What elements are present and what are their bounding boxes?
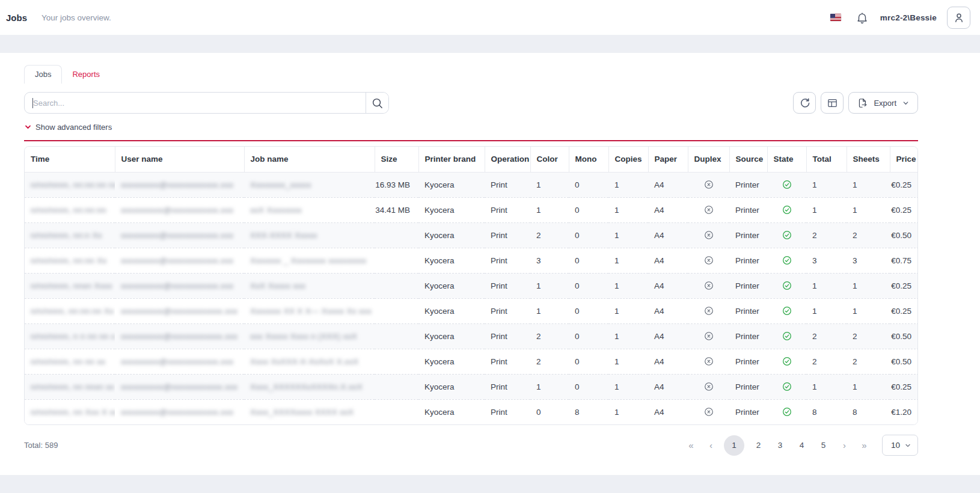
jobs-table: Time User name Job name Size Printer bra… bbox=[25, 147, 918, 424]
red-divider bbox=[24, 140, 918, 141]
cell-color: 2 bbox=[530, 349, 569, 374]
cell-sheets: 1 bbox=[847, 197, 890, 222]
cell-duplex bbox=[688, 349, 729, 374]
table-row: n/nn/nnnn, nn:nn:nn nx xxxxxxxxx@xxxxxxx… bbox=[25, 172, 918, 197]
notifications-bell-icon[interactable] bbox=[856, 11, 868, 24]
cell-size bbox=[375, 374, 418, 399]
table-footer: Total: 589 « ‹ 1 2 3 4 5 › » 10 bbox=[24, 435, 918, 456]
cell-user-name: xxxxxxxxxx@xxxxxxxxxxx.xxx bbox=[115, 273, 244, 298]
cell-duplex bbox=[688, 273, 729, 298]
cell-job-name: Xxxxxxxx_xxxxx bbox=[244, 172, 375, 197]
cell-source: Printer bbox=[729, 374, 767, 399]
cell-job-name: xxx Xxxxx Xxxx n (XXX) xxX bbox=[244, 323, 375, 349]
job-name-redacted: Xxxxxxxx_xxxxx bbox=[250, 180, 311, 189]
cell-job-name: XXX-XXXX Xxxxx bbox=[244, 222, 375, 248]
table-row: n/nn/nnnn, nn Xxx X xx xxxxxxxxx@xxxxxxx… bbox=[25, 399, 918, 424]
cell-state bbox=[767, 197, 806, 222]
time-redacted: n/nn/nnnn, nn:nn:nn bbox=[31, 206, 106, 215]
page-title: Jobs bbox=[6, 13, 27, 23]
cell-duplex bbox=[688, 172, 729, 197]
cell-total: 8 bbox=[806, 399, 847, 424]
pagination-next-button[interactable]: › bbox=[838, 440, 851, 450]
cell-source: Printer bbox=[729, 349, 767, 374]
cell-mono: 0 bbox=[569, 374, 608, 399]
col-header-color: Color bbox=[530, 147, 569, 172]
cell-state bbox=[767, 349, 806, 374]
toolbar: Export bbox=[24, 92, 918, 114]
state-completed-icon bbox=[767, 331, 806, 341]
cell-source: Printer bbox=[729, 399, 767, 424]
advanced-filters-toggle[interactable]: Show advanced filters bbox=[24, 123, 112, 132]
tab-bar: Jobs Reports bbox=[24, 65, 918, 84]
pagination-first-button[interactable]: « bbox=[684, 440, 697, 450]
cell-total: 1 bbox=[806, 172, 847, 197]
search-button[interactable] bbox=[366, 93, 388, 113]
cell-user-name: xxxxxxxxx@xxxxxxxxxxxx.xxx bbox=[115, 399, 244, 424]
cell-copies: 1 bbox=[608, 323, 648, 349]
advanced-filters-label: Show advanced filters bbox=[35, 123, 112, 132]
cell-operation: Print bbox=[485, 349, 530, 374]
tab-reports[interactable]: Reports bbox=[62, 66, 110, 84]
toolbar-right: Export bbox=[793, 92, 918, 114]
cell-printer-brand: Kyocera bbox=[418, 323, 485, 349]
cell-mono: 0 bbox=[569, 248, 608, 273]
cell-printer-brand: Kyocera bbox=[418, 349, 485, 374]
col-header-copies: Copies bbox=[608, 147, 648, 172]
cell-size bbox=[375, 298, 418, 323]
cell-operation: Print bbox=[485, 399, 530, 424]
cell-total: 1 bbox=[806, 298, 847, 323]
cell-operation: Print bbox=[485, 273, 530, 298]
profile-menu-button[interactable] bbox=[947, 7, 970, 29]
state-completed-icon bbox=[767, 180, 806, 189]
pagination-page-2[interactable]: 2 bbox=[751, 441, 766, 450]
user-name-redacted: xxxxxxxxxx@xxxxxxxxxxxx.xxx bbox=[121, 307, 237, 316]
pagination-last-button[interactable]: » bbox=[857, 440, 871, 450]
cell-operation: Print bbox=[485, 248, 530, 273]
cell-mono: 0 bbox=[569, 197, 608, 222]
time-redacted: n/nn/nnnn, nnxn Xxxx bbox=[31, 281, 112, 290]
cell-printer-brand: Kyocera bbox=[418, 399, 485, 424]
cell-user-name: xxxxxxxxxx@xxxxxxxxxxx.xxx bbox=[115, 197, 244, 222]
state-completed-icon bbox=[767, 382, 806, 391]
time-redacted: n/nn/nnnn, nn nn xx bbox=[31, 357, 105, 366]
job-name-redacted: Xxxx XxXXX-X-XxXxX X.xxX bbox=[250, 357, 359, 366]
cell-job-name: Xxxx_XXXXXXxXXXXn.X.xxX bbox=[244, 374, 375, 399]
pagination-prev-button[interactable]: ‹ bbox=[704, 440, 717, 450]
cell-time: n/nn/nnnn, nn:n Xx bbox=[25, 222, 115, 248]
cell-paper: A4 bbox=[648, 222, 688, 248]
cell-duplex bbox=[688, 248, 729, 273]
cell-user-name: xxxxxxxxx@xxxxxxxxxxxx.xxx bbox=[115, 248, 244, 273]
pagination-page-4[interactable]: 4 bbox=[794, 441, 809, 450]
cell-price: €0.75 bbox=[890, 248, 918, 273]
cell-mono: 0 bbox=[569, 172, 608, 197]
job-name-redacted: xxX Xxxxxxxx bbox=[250, 206, 302, 215]
cell-operation: Print bbox=[485, 323, 530, 349]
columns-button[interactable] bbox=[821, 92, 844, 114]
cell-price: €0.25 bbox=[890, 298, 918, 323]
top-bar: Jobs Your jobs overview. mrc2-2\Bessie bbox=[0, 0, 980, 35]
col-header-mono: Mono bbox=[569, 147, 608, 172]
user-name-redacted: xxxxxxxxxx@xxxxxxxxxxxx.xxx bbox=[121, 332, 237, 341]
cell-duplex bbox=[688, 298, 729, 323]
cell-source: Printer bbox=[729, 298, 767, 323]
pagination-page-1[interactable]: 1 bbox=[724, 435, 744, 456]
cell-sheets: 2 bbox=[847, 349, 890, 374]
refresh-button[interactable] bbox=[793, 92, 816, 114]
cell-size bbox=[375, 248, 418, 273]
language-flag-icon[interactable] bbox=[830, 14, 841, 21]
cell-color: 1 bbox=[530, 298, 569, 323]
export-button[interactable]: Export bbox=[848, 92, 918, 114]
duplex-off-icon bbox=[688, 306, 729, 316]
state-completed-icon bbox=[767, 256, 806, 265]
pagination-page-3[interactable]: 3 bbox=[773, 441, 788, 450]
page-size-select[interactable]: 10 bbox=[882, 435, 918, 456]
state-completed-icon bbox=[767, 407, 806, 417]
cell-size: 16.93 MB bbox=[375, 172, 418, 197]
pagination-page-5[interactable]: 5 bbox=[816, 441, 831, 450]
cell-job-name: Xxxxxxx XX X X— Xxxxx Xx xxx bbox=[244, 298, 375, 323]
state-completed-icon bbox=[767, 357, 806, 366]
job-name-redacted: Xxxx_XXXXxxxx XXXX xxX bbox=[250, 408, 354, 417]
col-header-job-name: Job name bbox=[244, 147, 375, 172]
tab-jobs[interactable]: Jobs bbox=[24, 65, 62, 84]
search-input[interactable] bbox=[25, 93, 366, 113]
